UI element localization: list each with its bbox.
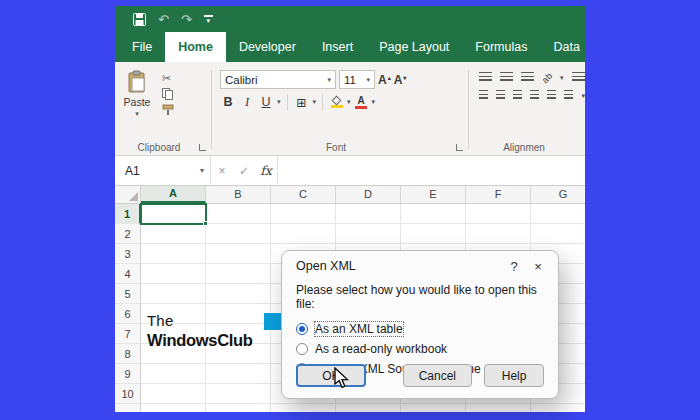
borders-button[interactable]: ⊞	[294, 93, 310, 111]
underline-button[interactable]: U	[258, 93, 274, 111]
font-group: Calibri ▾ 11 ▾ A ▴ A ▾	[214, 66, 466, 155]
clipboard-group-label: Clipboard	[117, 142, 201, 153]
chevron-down-icon[interactable]: ▾	[313, 98, 317, 106]
column-header-c[interactable]: C	[271, 186, 336, 203]
name-box[interactable]: A1 ▾	[115, 156, 211, 185]
chevron-down-icon[interactable]: ▾	[372, 98, 376, 106]
dialog-help-icon[interactable]: ?	[502, 255, 526, 277]
column-header-e[interactable]: E	[401, 186, 466, 203]
tab-home[interactable]: Home	[165, 32, 226, 62]
row-header-4[interactable]: 4	[115, 264, 141, 284]
formula-input[interactable]	[277, 156, 585, 185]
chevron-down-icon: ▾	[135, 110, 139, 118]
dialog-close-icon[interactable]: ×	[526, 255, 550, 277]
tab-page-layout[interactable]: Page Layout	[366, 32, 462, 62]
chevron-down-icon[interactable]: ▾	[560, 74, 564, 82]
row-header-6[interactable]: 6	[115, 304, 141, 324]
tab-developer[interactable]: Developer	[226, 32, 309, 62]
help-button[interactable]: Help	[484, 364, 544, 387]
align-center-button[interactable]	[496, 90, 505, 101]
bold-button[interactable]: B	[220, 93, 236, 111]
radio-as-xml-table[interactable]: As an XML table	[282, 319, 558, 339]
chevron-down-icon: ▾	[366, 76, 370, 84]
select-all-icon	[129, 192, 138, 201]
row-header-7[interactable]: 7	[115, 324, 141, 344]
customize-quick-access-button[interactable]: ▾	[204, 15, 213, 23]
tab-formulas[interactable]: Formulas	[462, 32, 540, 62]
fill-color-icon	[332, 96, 342, 106]
tab-file[interactable]: File	[119, 32, 165, 62]
paste-icon	[127, 70, 147, 94]
row-header-3[interactable]: 3	[115, 244, 141, 264]
column-header-b[interactable]: B	[206, 186, 271, 203]
save-icon	[133, 13, 146, 26]
orientation-button[interactable]: ab	[540, 70, 554, 84]
up-arrow-icon: ▴	[388, 74, 391, 81]
column-header-d[interactable]: D	[336, 186, 401, 203]
clipboard-dialog-launcher-icon[interactable]	[199, 144, 206, 151]
align-middle-button[interactable]	[500, 72, 513, 83]
fill-color-bar	[331, 105, 343, 108]
cancel-button[interactable]: Cancel	[403, 364, 473, 387]
align-top-button[interactable]	[479, 72, 492, 83]
font-dialog-launcher-icon[interactable]	[456, 144, 463, 151]
fill-color-button[interactable]	[329, 96, 344, 108]
row-cells[interactable]	[141, 224, 585, 244]
ok-button[interactable]: OK	[296, 364, 366, 387]
chevron-down-icon[interactable]: ▾	[581, 92, 585, 100]
group-separator	[211, 70, 212, 149]
row-header-2[interactable]: 2	[115, 224, 141, 244]
decrease-indent-button[interactable]	[530, 90, 539, 101]
undo-button[interactable]: ↶	[158, 13, 169, 26]
italic-button[interactable]: I	[239, 93, 255, 111]
row-header-10[interactable]: 10	[115, 384, 141, 404]
selected-cell-a1[interactable]	[140, 203, 207, 225]
fill-handle[interactable]	[203, 221, 208, 226]
increase-indent-button[interactable]	[547, 90, 556, 101]
chevron-down-icon: ▾	[200, 166, 204, 175]
radio-read-only-workbook[interactable]: As a read-only workbook	[282, 339, 558, 359]
chevron-down-icon[interactable]: ▾	[347, 98, 351, 106]
row-header-9[interactable]: 9	[115, 364, 141, 384]
font-name-combobox[interactable]: Calibri ▾	[220, 70, 336, 89]
column-header-a[interactable]: A	[141, 186, 206, 203]
insert-function-button[interactable]: fx	[255, 163, 277, 178]
cancel-entry-button[interactable]: ×	[211, 164, 233, 178]
row-header-8[interactable]: 8	[115, 344, 141, 364]
grid-row: 2	[115, 224, 585, 244]
copy-button[interactable]	[162, 88, 174, 100]
decrease-font-size-button[interactable]: A ▾	[394, 73, 407, 87]
row-header-1[interactable]: 1	[115, 204, 141, 224]
column-header-g[interactable]: G	[531, 186, 585, 203]
redo-button[interactable]: ↷	[181, 13, 192, 26]
format-painter-button[interactable]	[162, 104, 174, 116]
align-bottom-button[interactable]	[521, 72, 534, 83]
column-header-f[interactable]: F	[466, 186, 531, 203]
mini-separator	[322, 94, 323, 110]
font-color-button[interactable]: A	[354, 96, 369, 109]
row-header-partial[interactable]	[115, 404, 141, 412]
tab-data[interactable]: Data	[540, 32, 585, 62]
copy-icon	[162, 88, 174, 100]
align-right-button[interactable]	[513, 90, 522, 101]
chevron-down-icon[interactable]: ▾	[277, 98, 281, 106]
font-size-combobox[interactable]: 11 ▾	[339, 70, 375, 89]
select-all-corner[interactable]	[115, 186, 141, 203]
paste-label: Paste	[124, 96, 151, 108]
enter-entry-button[interactable]: ✓	[233, 164, 255, 178]
format-painter-icon	[162, 104, 174, 116]
cut-button[interactable]: ✂	[162, 72, 174, 84]
dialog-title-bar: Open XML ? ×	[282, 251, 558, 281]
wrap-text-button[interactable]	[572, 72, 585, 83]
ribbon: Paste ▾ ✂	[115, 62, 585, 156]
paste-button[interactable]: Paste ▾	[117, 66, 157, 139]
font-size-value: 11	[344, 74, 356, 86]
row-cells[interactable]	[141, 404, 585, 412]
row-header-5[interactable]: 5	[115, 284, 141, 304]
tab-insert[interactable]: Insert	[309, 32, 366, 62]
align-left-button[interactable]	[479, 90, 488, 101]
merge-center-button[interactable]	[564, 90, 573, 101]
mouse-cursor-icon	[334, 367, 350, 389]
save-button[interactable]	[133, 13, 146, 26]
increase-font-size-button[interactable]: A ▴	[378, 73, 391, 87]
